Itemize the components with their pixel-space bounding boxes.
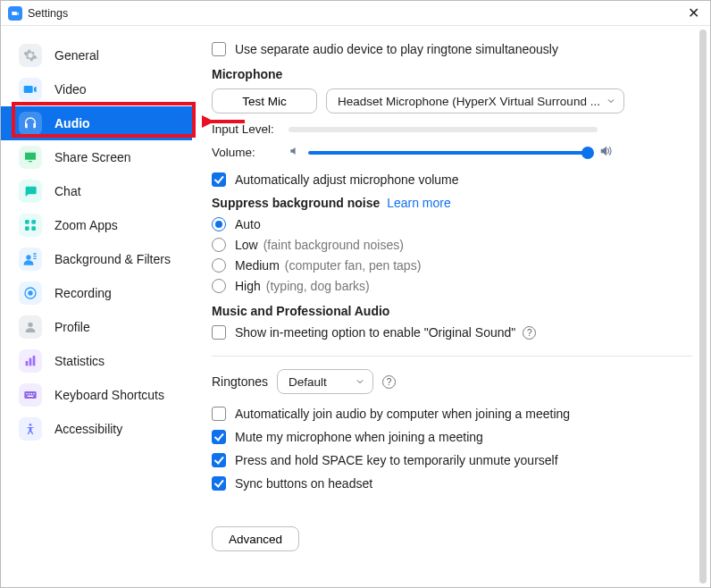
- checkbox-original-sound[interactable]: Show in-meeting option to enable "Origin…: [212, 325, 692, 340]
- sidebar-item-background-filters[interactable]: Background & Filters: [1, 242, 192, 276]
- sidebar-item-share-screen[interactable]: Share Screen: [1, 140, 192, 174]
- chat-icon: [19, 180, 42, 203]
- share-screen-icon: [19, 146, 42, 169]
- sidebar: General Video Audio Share Screen: [1, 26, 192, 587]
- mic-device-value: Headset Microphone (HyperX Virtual Surro…: [338, 95, 600, 108]
- apps-icon: [19, 214, 42, 237]
- label: Medium: [235, 258, 280, 273]
- window-title: Settings: [28, 7, 68, 20]
- ringtones-value: Default: [289, 375, 327, 389]
- mic-device-dropdown[interactable]: Headset Microphone (HyperX Virtual Surro…: [326, 88, 624, 113]
- svg-rect-1: [31, 220, 36, 224]
- speaker-low-icon: [289, 145, 301, 160]
- svg-rect-9: [29, 358, 32, 366]
- svg-rect-13: [29, 393, 29, 394]
- svg-rect-2: [25, 226, 29, 231]
- advanced-button[interactable]: Advanced: [212, 526, 299, 551]
- svg-point-4: [26, 255, 30, 259]
- sidebar-item-label: Audio: [54, 116, 90, 130]
- sidebar-item-label: Share Screen: [54, 150, 131, 164]
- label: High: [235, 279, 261, 293]
- headphones-icon: [19, 112, 42, 135]
- learn-more-link[interactable]: Learn more: [387, 196, 451, 210]
- radio-noise-low[interactable]: Low (faint background noises): [212, 238, 692, 252]
- app-icon: [8, 6, 22, 21]
- svg-rect-0: [25, 220, 29, 224]
- ringtones-label: Ringtones: [212, 374, 268, 389]
- video-icon: [19, 78, 42, 101]
- background-icon: [19, 248, 42, 271]
- divider: [212, 356, 692, 357]
- ringtones-dropdown[interactable]: Default: [277, 369, 373, 394]
- hint: (typing, dog barks): [266, 279, 370, 293]
- microphone-section-title: Microphone: [212, 67, 692, 81]
- chevron-down-icon: [355, 376, 365, 390]
- svg-rect-16: [28, 396, 34, 397]
- checkbox-separate-ringtone[interactable]: Use separate audio device to play ringto…: [212, 42, 692, 56]
- sidebar-item-label: Statistics: [54, 354, 105, 368]
- sidebar-item-profile[interactable]: Profile: [1, 310, 192, 344]
- sidebar-item-recording[interactable]: Recording: [1, 276, 192, 310]
- music-section-title: Music and Professional Audio: [212, 304, 692, 318]
- volume-label: Volume:: [212, 146, 289, 159]
- speaker-high-icon: [599, 145, 612, 160]
- accessibility-icon: [19, 417, 42, 441]
- svg-point-17: [29, 424, 32, 426]
- noise-section-title: Suppress background noise Learn more: [212, 196, 692, 210]
- sidebar-item-general[interactable]: General: [1, 38, 192, 72]
- sidebar-item-chat[interactable]: Chat: [1, 174, 192, 208]
- label: Automatically join audio by computer whe…: [235, 407, 570, 421]
- svg-rect-11: [24, 391, 36, 399]
- info-icon[interactable]: [523, 326, 536, 340]
- checkbox-auto-adjust-mic[interactable]: Automatically adjust microphone volume: [212, 172, 692, 187]
- svg-rect-3: [31, 226, 36, 231]
- sidebar-item-keyboard-shortcuts[interactable]: Keyboard Shortcuts: [1, 378, 192, 412]
- input-level-label: Input Level:: [212, 122, 289, 136]
- main-panel: Use separate audio device to play ringto…: [192, 26, 710, 587]
- label: Sync buttons on headset: [235, 476, 372, 491]
- sidebar-item-label: Background & Filters: [54, 252, 171, 266]
- checkbox-sync-headset[interactable]: Sync buttons on headset: [212, 476, 692, 491]
- svg-rect-12: [26, 393, 27, 394]
- recording-icon: [19, 281, 42, 305]
- statistics-icon: [19, 349, 42, 373]
- hint: (computer fan, pen taps): [285, 258, 422, 273]
- test-mic-button[interactable]: Test Mic: [212, 88, 317, 113]
- checkbox-space-unmute[interactable]: Press and hold SPACE key to temporarily …: [212, 453, 692, 467]
- keyboard-icon: [19, 383, 42, 407]
- sidebar-item-label: General: [54, 48, 99, 63]
- radio-noise-auto[interactable]: Auto: [212, 217, 692, 231]
- sidebar-item-label: Chat: [54, 184, 81, 198]
- sidebar-item-label: Video: [54, 82, 87, 97]
- sidebar-item-zoom-apps[interactable]: Zoom Apps: [1, 208, 192, 242]
- info-icon[interactable]: [382, 375, 396, 389]
- svg-rect-8: [26, 361, 29, 365]
- sidebar-item-label: Accessibility: [54, 422, 122, 436]
- hint: (faint background noises): [263, 238, 404, 252]
- svg-point-6: [28, 290, 32, 295]
- label: Use separate audio device to play ringto…: [235, 42, 558, 56]
- radio-noise-medium[interactable]: Medium (computer fan, pen taps): [212, 258, 692, 273]
- sidebar-item-label: Recording: [54, 286, 112, 300]
- profile-icon: [19, 315, 42, 339]
- svg-rect-14: [31, 393, 32, 394]
- checkbox-auto-join-audio[interactable]: Automatically join audio by computer whe…: [212, 407, 692, 421]
- radio-noise-high[interactable]: High (typing, dog barks): [212, 279, 692, 293]
- sidebar-item-statistics[interactable]: Statistics: [1, 344, 192, 378]
- svg-point-7: [28, 323, 32, 327]
- label: Low: [235, 238, 258, 252]
- label: Press and hold SPACE key to temporarily …: [235, 453, 558, 467]
- volume-slider[interactable]: [308, 151, 592, 155]
- sidebar-item-label: Zoom Apps: [54, 218, 118, 232]
- sidebar-item-audio[interactable]: Audio: [1, 106, 192, 140]
- svg-rect-15: [33, 393, 34, 394]
- label: Mute my microphone when joining a meetin…: [235, 430, 483, 444]
- sidebar-item-video[interactable]: Video: [1, 72, 192, 106]
- sidebar-item-accessibility[interactable]: Accessibility: [1, 412, 192, 446]
- gear-icon: [19, 44, 42, 67]
- scrollbar[interactable]: [699, 29, 707, 584]
- label: Auto: [235, 217, 261, 231]
- svg-rect-10: [33, 356, 36, 365]
- close-icon[interactable]: ✕: [684, 6, 703, 21]
- checkbox-mute-on-join[interactable]: Mute my microphone when joining a meetin…: [212, 430, 692, 444]
